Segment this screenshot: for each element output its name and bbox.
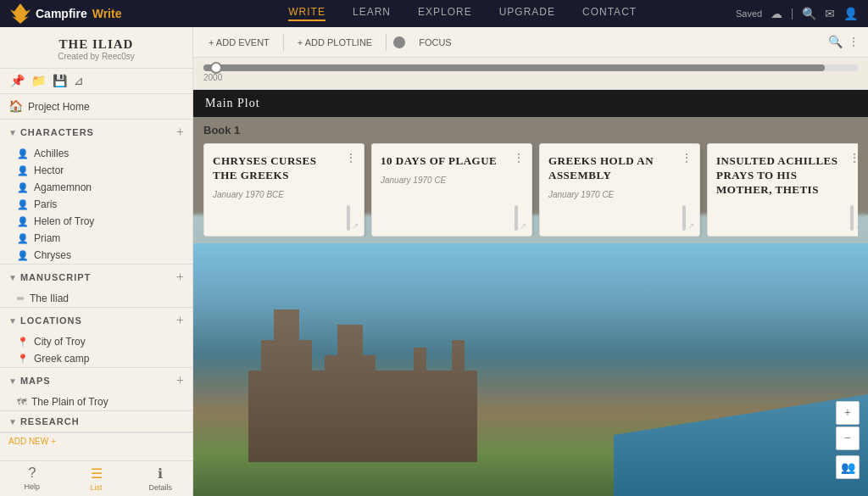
character-icon: 👤	[17, 199, 29, 210]
nav-upgrade[interactable]: UPGRADE	[499, 6, 555, 21]
card-4-scroll	[850, 205, 854, 231]
sidebar-item-paris[interactable]: 👤 Paris	[0, 196, 192, 213]
main-layout: THE ILIAD Created by Reec0sy 📌 📁 💾 ⊿ 🏠 P…	[0, 27, 868, 496]
characters-section-header[interactable]: ▼ CHARACTERS +	[0, 120, 192, 145]
card-3-drag-handle[interactable]: ↗	[687, 221, 694, 231]
sidebar-item-achilles[interactable]: 👤 Achilles	[0, 145, 192, 162]
people-button[interactable]: 👥	[836, 455, 860, 479]
zoom-in-button[interactable]: +	[836, 401, 860, 425]
add-plotline-button[interactable]: + ADD PLOTLINE	[291, 34, 379, 51]
character-icon: 👤	[17, 250, 29, 261]
maps-section-header[interactable]: ▼ MAPS +	[0, 368, 192, 393]
project-header: THE ILIAD Created by Reec0sy	[0, 27, 192, 69]
city-of-troy-label: City of Troy	[34, 336, 86, 348]
help-label: Help	[25, 482, 41, 491]
nav-write[interactable]: WRITE	[288, 6, 326, 21]
manuscript-section-header[interactable]: ▼ MANUSCRIPT +	[0, 265, 192, 290]
card-3-title: GREEKS HOLD AN ASSEMBLY	[548, 154, 677, 183]
more-options-icon[interactable]: ⋮	[848, 35, 860, 49]
focus-button[interactable]: FOCUS	[412, 34, 459, 51]
sidebar-item-agamemnon[interactable]: 👤 Agamemnon	[0, 179, 192, 196]
toolbar-divider-2	[386, 34, 387, 51]
pin-icon[interactable]: 📌	[10, 74, 25, 88]
export-icon[interactable]: 💾	[53, 74, 67, 88]
campfire-logo-icon	[10, 3, 31, 24]
card-3-menu-icon[interactable]: ⋮	[681, 151, 693, 165]
locations-section: ▼ LOCATIONS + 📍 City of Troy 📍 Greek cam…	[0, 308, 192, 368]
sidebar-item-plain-of-troy[interactable]: 🗺 The Plain of Troy	[0, 393, 192, 410]
timeline-handle[interactable]	[210, 62, 222, 74]
sidebar-item-hector[interactable]: 👤 Hector	[0, 162, 192, 179]
sidebar-toolbar: 📌 📁 💾 ⊿	[0, 69, 192, 94]
card-2-scroll	[515, 205, 518, 231]
add-event-button[interactable]: + ADD EVENT	[202, 34, 276, 51]
add-plotline-label: + ADD PLOTLINE	[298, 37, 372, 47]
timeline-track[interactable]	[203, 64, 858, 71]
card-1-title: CHRYSES CURSES THE GREEKS	[213, 154, 342, 183]
character-icon: 👤	[17, 216, 29, 227]
search-icon[interactable]: 🔍	[802, 7, 816, 21]
focus-toggle-circle[interactable]	[393, 36, 405, 48]
mail-icon[interactable]: ✉	[825, 7, 835, 21]
project-home-item[interactable]: 🏠 Project Home	[0, 94, 192, 120]
research-section: ▼ RESEARCH	[0, 411, 192, 432]
location-pin-icon: 📍	[17, 337, 29, 348]
add-manuscript-button[interactable]: +	[176, 270, 184, 285]
list-tab[interactable]: ☰ List	[64, 461, 129, 496]
research-section-header[interactable]: ▼ RESEARCH	[0, 411, 192, 432]
details-tab[interactable]: ℹ Details	[128, 461, 192, 496]
cloud-icon[interactable]: ☁	[771, 7, 782, 21]
card-4-title: INSULTED ACHILLES PRAYS TO HIS MOTHER, T…	[716, 154, 845, 198]
help-tab[interactable]: ? Help	[0, 461, 64, 496]
project-title: THE ILIAD	[10, 37, 182, 52]
event-card-3: ⋮ GREEKS HOLD AN ASSEMBLY January 1970 C…	[539, 143, 700, 237]
characters-section: ▼ CHARACTERS + 👤 Achilles 👤 Hector 👤 Aga…	[0, 120, 192, 265]
helen-label: Helen of Troy	[34, 215, 94, 227]
sidebar-item-helen[interactable]: 👤 Helen of Troy	[0, 213, 192, 230]
sidebar-item-chryses[interactable]: 👤 Chryses	[0, 247, 192, 264]
iliad-label: The Iliad	[30, 293, 69, 304]
book-title: Book 1	[203, 124, 858, 137]
nav-contact[interactable]: CONTACT	[582, 6, 637, 21]
timeline-year-label: 2000	[203, 73, 858, 82]
logo-area: Campfire Write	[10, 3, 121, 24]
toolbar-divider-1	[283, 34, 284, 51]
add-location-button[interactable]: +	[176, 313, 184, 328]
filter-icon[interactable]: ⊿	[74, 74, 84, 88]
sidebar-item-iliad[interactable]: ✏ The Iliad	[0, 290, 192, 307]
details-icon: ℹ	[158, 465, 163, 482]
add-map-button[interactable]: +	[176, 373, 184, 388]
character-icon: 👤	[17, 148, 29, 159]
account-icon[interactable]: 👤	[843, 7, 858, 21]
add-new-bar[interactable]: ADD NEW +	[0, 432, 192, 449]
character-icon: 👤	[17, 165, 29, 176]
character-icon: 👤	[17, 182, 29, 193]
sidebar-item-priam[interactable]: 👤 Priam	[0, 230, 192, 247]
nav-learn[interactable]: LEARN	[353, 6, 391, 21]
nav-explore[interactable]: EXPLORE	[418, 6, 472, 21]
research-section-title: RESEARCH	[20, 416, 184, 426]
logo-campfire-text: Campfire	[36, 7, 87, 20]
card-1-menu-icon[interactable]: ⋮	[345, 151, 357, 165]
card-4-menu-icon[interactable]: ⋮	[849, 151, 858, 165]
locations-section-header[interactable]: ▼ LOCATIONS +	[0, 308, 192, 333]
add-character-button[interactable]: +	[176, 125, 184, 140]
zoom-out-button[interactable]: −	[836, 426, 860, 450]
sidebar-item-greek-camp[interactable]: 📍 Greek camp	[0, 350, 192, 367]
card-2-drag-handle[interactable]: ↗	[520, 221, 526, 231]
new-folder-icon[interactable]: 📁	[31, 74, 46, 88]
card-2-menu-icon[interactable]: ⋮	[513, 151, 525, 165]
project-subtitle: Created by Reec0sy	[10, 52, 182, 61]
locations-section-title: LOCATIONS	[20, 315, 176, 326]
hector-label: Hector	[34, 164, 64, 176]
location-pin-icon: 📍	[17, 354, 29, 365]
nav-links: WRITE LEARN EXPLORE UPGRADE CONTACT	[189, 6, 736, 21]
card-1-drag-handle[interactable]: ↗	[352, 221, 359, 231]
search-toolbar-icon[interactable]: 🔍	[828, 35, 843, 49]
card-2-date: January 1970 CE	[381, 176, 523, 185]
help-icon: ?	[28, 465, 36, 481]
manuscript-chevron-icon: ▼	[8, 273, 17, 282]
card-4-drag-handle[interactable]: ↗	[855, 221, 858, 231]
logo-write-text: Write	[92, 7, 122, 20]
sidebar-item-city-of-troy[interactable]: 📍 City of Troy	[0, 333, 192, 350]
